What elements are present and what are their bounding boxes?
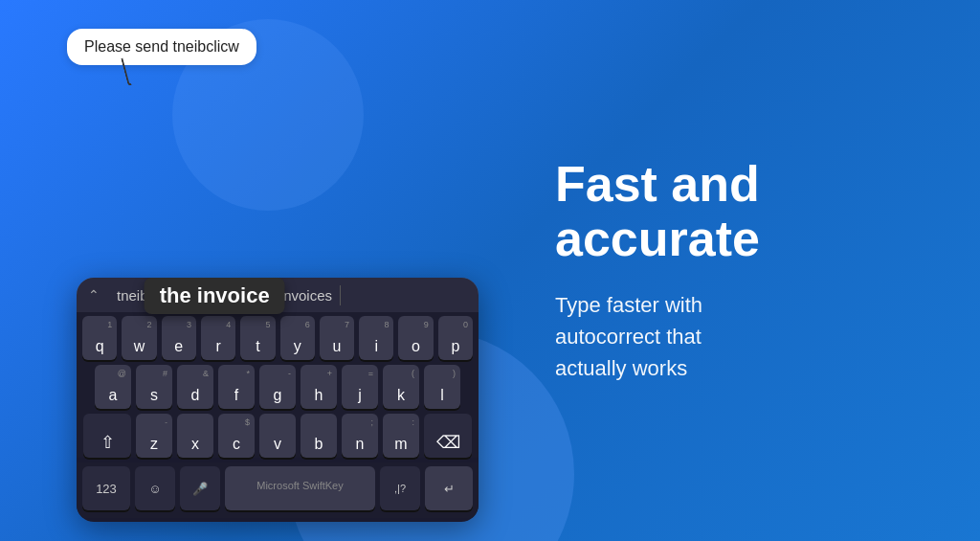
- key-j[interactable]: =j: [342, 365, 378, 409]
- key-row-1: 1q 2w 3e 4r 5t 6y 7u 8i 9o 0p: [82, 316, 473, 360]
- key-row-3: ⇧ -z x $c v b ;n :m ⌫: [82, 414, 473, 458]
- key-o[interactable]: 9o: [398, 316, 433, 360]
- key-h[interactable]: +h: [301, 365, 337, 409]
- key-y[interactable]: 6y: [280, 316, 315, 360]
- key-x[interactable]: x: [177, 414, 213, 458]
- keyboard-bottom-row: 123 ☺ 🎤 Microsoft SwiftKey ,|? ↵: [77, 462, 479, 518]
- key-t[interactable]: 5t: [240, 316, 275, 360]
- key-a[interactable]: @a: [95, 365, 131, 409]
- keyboard-mockup: ⌃ tneib the invoice the invoice invoices…: [77, 278, 479, 522]
- key-space[interactable]: Microsoft SwiftKey: [225, 466, 375, 510]
- key-f[interactable]: *f: [218, 365, 255, 409]
- key-s[interactable]: #s: [136, 365, 172, 409]
- key-mic[interactable]: 🎤: [180, 466, 220, 510]
- headline-text: Fast andaccurate: [555, 157, 923, 266]
- key-l[interactable]: )l: [424, 365, 460, 409]
- key-k[interactable]: (k: [383, 365, 419, 409]
- marketing-text-section: Fast andaccurate Type faster withautocor…: [498, 157, 923, 384]
- key-v[interactable]: v: [259, 414, 296, 458]
- speech-bubble-text: Please send tneibclicw: [84, 38, 239, 55]
- key-numbers-toggle[interactable]: 123: [82, 466, 130, 510]
- key-shift[interactable]: ⇧: [83, 414, 131, 458]
- key-r[interactable]: 4r: [201, 316, 235, 360]
- key-enter[interactable]: ↵: [425, 466, 473, 510]
- key-d[interactable]: &d: [177, 365, 213, 409]
- subtext-description: Type faster withautocorrect thatactually…: [555, 289, 923, 384]
- key-b[interactable]: b: [301, 414, 337, 458]
- key-emoji[interactable]: ☺: [135, 466, 175, 510]
- speech-bubble: Please send tneibclicw: [67, 29, 256, 65]
- key-w[interactable]: 2w: [122, 316, 156, 360]
- key-n[interactable]: ;n: [342, 414, 378, 458]
- key-p[interactable]: 0p: [438, 316, 473, 360]
- space-bar-label: Microsoft SwiftKey: [225, 466, 375, 491]
- key-i[interactable]: 8i: [359, 316, 393, 360]
- key-punctuation[interactable]: ,|?: [380, 466, 420, 510]
- key-row-2: @a #s &d *f -g +h =j (k )l: [82, 365, 473, 409]
- emoji-icon: ☺: [148, 482, 161, 496]
- key-c[interactable]: $c: [218, 414, 255, 458]
- mic-icon: 🎤: [192, 482, 208, 496]
- arrows-icon: ⌃: [84, 287, 103, 303]
- keyboard-demo-section: Please send tneibclicw ⌃ tneib the invoi…: [57, 19, 498, 522]
- autocorrect-popup: the invoice: [145, 278, 285, 314]
- enter-icon: ↵: [444, 482, 455, 496]
- key-e[interactable]: 3e: [162, 316, 196, 360]
- key-u[interactable]: 7u: [320, 316, 354, 360]
- key-z[interactable]: -z: [136, 414, 172, 458]
- key-g[interactable]: -g: [259, 365, 296, 409]
- key-m[interactable]: :m: [383, 414, 419, 458]
- keyboard-keys-area: 1q 2w 3e 4r 5t 6y 7u 8i 9o 0p @a #s &d *…: [77, 312, 479, 458]
- key-backspace[interactable]: ⌫: [424, 414, 472, 458]
- key-q[interactable]: 1q: [82, 316, 117, 360]
- suggestion-bar: ⌃ tneib the invoice the invoice invoices: [77, 278, 479, 312]
